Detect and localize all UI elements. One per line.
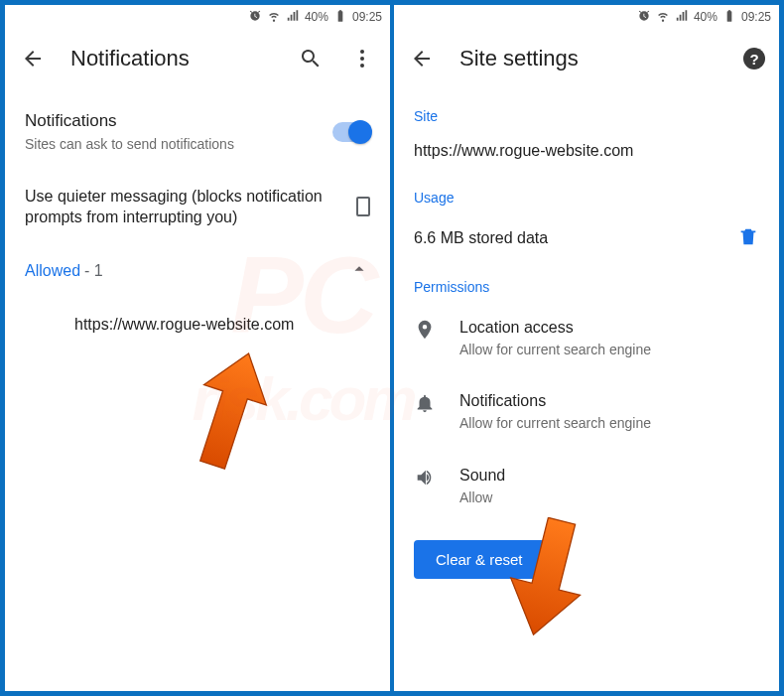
signal-icon (286, 9, 300, 26)
page-title: Notifications (70, 46, 273, 71)
clear-and-reset-button[interactable]: Clear & reset (414, 540, 545, 579)
page-title: Site settings (459, 46, 719, 71)
section-usage-label: Usage (414, 176, 759, 211)
svg-point-2 (360, 64, 364, 68)
site-url-text: https://www.rogue-website.com (414, 130, 759, 176)
permission-location-row[interactable]: Location access Allow for current search… (414, 301, 759, 374)
back-arrow-icon[interactable] (408, 45, 436, 72)
permission-notifications-row[interactable]: Notifications Allow for current search e… (414, 374, 759, 448)
quieter-checkbox[interactable] (356, 197, 370, 216)
allowed-label: Allowed (25, 262, 80, 280)
permission-title: Notifications (459, 390, 759, 412)
app-bar-right: Site settings ? (394, 29, 779, 88)
svg-point-1 (360, 57, 364, 61)
usage-text: 6.6 MB stored data (414, 229, 737, 247)
app-bar-left: Notifications (5, 29, 390, 88)
status-bar-right: 40% 09:25 (394, 5, 779, 29)
overflow-menu-icon[interactable] (348, 45, 376, 72)
section-permissions-label: Permissions (414, 265, 759, 301)
allowed-count: - 1 (84, 262, 103, 280)
svg-point-0 (360, 50, 364, 54)
permission-sound-row[interactable]: Sound Allow (414, 449, 759, 522)
notifications-switch[interactable] (332, 122, 370, 142)
notifications-toggle-row[interactable]: Notifications Sites can ask to send noti… (25, 94, 370, 170)
battery-percent: 40% (305, 10, 328, 24)
back-arrow-icon[interactable] (19, 45, 47, 72)
help-icon[interactable]: ? (743, 48, 765, 70)
status-bar-left: 40% 09:25 (5, 5, 390, 29)
bell-icon (414, 390, 459, 414)
allowed-section-toggle[interactable]: Allowed - 1 (25, 244, 370, 298)
permission-title: Location access (459, 317, 759, 339)
location-pin-icon (414, 317, 459, 341)
allowed-site-item[interactable]: https://www.rogue-website.com (25, 298, 370, 351)
speaker-icon (414, 465, 459, 488)
wifi-icon (267, 9, 281, 26)
notifications-screen: 40% 09:25 Notifications Notifications Si… (3, 3, 392, 693)
chevron-up-icon (348, 258, 370, 284)
alarm-icon (637, 9, 651, 26)
search-icon[interactable] (297, 45, 325, 72)
permission-subtext: Allow (459, 488, 759, 507)
clock-time: 09:25 (741, 10, 771, 24)
quieter-messaging-row[interactable]: Use quieter messaging (blocks notificati… (25, 170, 370, 244)
clock-time: 09:25 (352, 10, 382, 24)
usage-row: 6.6 MB stored data (414, 211, 759, 265)
battery-percent: 40% (694, 10, 718, 24)
permission-title: Sound (459, 465, 759, 487)
notifications-label: Notifications (25, 110, 319, 133)
notifications-subtext: Sites can ask to send notifications (25, 135, 319, 154)
permission-subtext: Allow for current search engine (459, 341, 759, 359)
quieter-label: Use quieter messaging (blocks notificati… (25, 186, 342, 228)
battery-icon (722, 9, 736, 26)
site-settings-screen: 40% 09:25 Site settings ? Site https://w… (392, 3, 781, 693)
battery-icon (333, 9, 347, 26)
permission-subtext: Allow for current search engine (459, 414, 759, 433)
signal-icon (675, 9, 689, 26)
alarm-icon (248, 9, 262, 26)
section-site-label: Site (414, 94, 759, 130)
delete-storage-icon[interactable] (737, 225, 759, 251)
wifi-icon (656, 9, 670, 26)
